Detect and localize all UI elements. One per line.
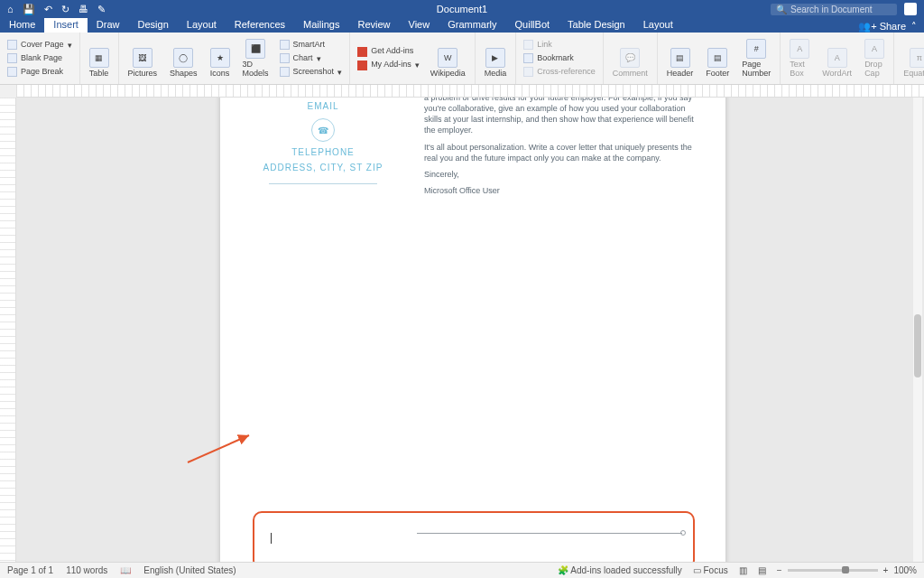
- wordart-button[interactable]: AWordArt: [818, 36, 855, 80]
- document-canvas[interactable]: EMAIL ☎ TELEPHONE ADDRESS, CITY, ST ZIP …: [16, 98, 924, 562]
- blank-page-button[interactable]: Blank Page: [5, 52, 74, 64]
- store-icon: [357, 47, 367, 57]
- search-input[interactable]: [790, 5, 890, 14]
- shapes-button[interactable]: ◯Shapes: [166, 36, 201, 80]
- tab-layout2[interactable]: Layout: [634, 18, 682, 33]
- blank-page-icon: [7, 53, 17, 63]
- drop-cap-icon: A: [864, 39, 884, 59]
- chart-icon: [280, 53, 290, 63]
- crossref-icon: [523, 67, 533, 77]
- print-icon[interactable]: 🖶: [79, 4, 88, 15]
- home-icon[interactable]: ⌂: [7, 4, 14, 15]
- page-number-icon: #: [746, 39, 766, 59]
- focus-button[interactable]: ▭ Focus: [693, 565, 728, 575]
- link-icon: [523, 40, 533, 50]
- zoom-thumb[interactable]: [842, 566, 849, 573]
- header-icon: ▤: [670, 48, 690, 68]
- sidebar-contact: EMAIL ☎ TELEPHONE ADDRESS, CITY, ST ZIP: [251, 98, 395, 195]
- annotation-arrow: [184, 430, 256, 470]
- zoom-control[interactable]: − + 100%: [777, 565, 917, 575]
- table-button[interactable]: ▦Table: [86, 36, 113, 80]
- horizontal-ruler[interactable]: [16, 85, 924, 98]
- body-p4: Microsoft Office User: [424, 185, 695, 196]
- media-button[interactable]: ▶Media: [481, 36, 511, 80]
- smartart-button[interactable]: SmartArt: [278, 39, 345, 51]
- undo-icon[interactable]: ↶: [44, 4, 52, 15]
- user-avatar-icon[interactable]: [904, 3, 917, 15]
- pictures-button[interactable]: 🖼Pictures: [125, 36, 162, 80]
- screenshot-button[interactable]: Screenshot ▾: [278, 66, 345, 78]
- view-print-icon[interactable]: ▥: [739, 565, 747, 575]
- table-icon: ▦: [89, 48, 109, 68]
- header-button[interactable]: ▤Header: [663, 36, 698, 80]
- my-addins-button[interactable]: My Add-ins ▾: [356, 60, 421, 71]
- footer-icon: ▤: [707, 48, 727, 68]
- zoom-in-icon[interactable]: +: [883, 565, 889, 575]
- redo-icon[interactable]: ↻: [61, 4, 69, 15]
- tab-layout[interactable]: Layout: [178, 18, 226, 33]
- collapse-ribbon-icon[interactable]: ˄: [911, 21, 917, 33]
- page-break-button[interactable]: Page Break: [5, 66, 74, 78]
- svg-line-0: [188, 435, 249, 462]
- tab-review[interactable]: Review: [348, 18, 399, 33]
- share-button[interactable]: 👥+ Share: [858, 21, 906, 33]
- status-addins[interactable]: 🧩 Add-ins loaded successfully: [558, 565, 682, 575]
- zoom-out-icon[interactable]: −: [777, 565, 782, 575]
- tab-tabledesign[interactable]: Table Design: [559, 18, 634, 33]
- tab-quillbot[interactable]: QuillBot: [506, 18, 559, 33]
- drop-cap-button[interactable]: ADrop Cap: [861, 36, 888, 80]
- footer-rule: [417, 533, 682, 534]
- wikipedia-icon: W: [438, 48, 457, 68]
- tab-insert[interactable]: Insert: [44, 18, 88, 33]
- footer-button[interactable]: ▤Footer: [702, 36, 733, 80]
- view-web-icon[interactable]: ▤: [758, 565, 766, 575]
- ribbon-tabs: Home Insert Draw Design Layout Reference…: [0, 18, 924, 33]
- equation-button[interactable]: πEquation: [900, 36, 924, 80]
- status-words[interactable]: 110 words: [66, 565, 107, 575]
- comment-button[interactable]: 💬Comment: [609, 36, 651, 80]
- body-p2: It's all about personalization. Write a …: [424, 142, 695, 163]
- spellcheck-icon[interactable]: 📖: [120, 565, 131, 575]
- icons-icon: ★: [210, 48, 230, 68]
- crossref-button[interactable]: Cross-reference: [522, 66, 597, 78]
- wikipedia-button[interactable]: WWikipedia: [427, 36, 469, 80]
- body-p1: a problem or drive results for your futu…: [424, 98, 695, 136]
- vertical-ruler[interactable]: [0, 98, 16, 562]
- cover-page-button[interactable]: Cover Page ▾: [5, 39, 74, 51]
- zoom-slider[interactable]: [788, 569, 878, 572]
- save-icon[interactable]: 💾: [23, 4, 35, 15]
- bookmark-button[interactable]: Bookmark: [522, 52, 597, 64]
- tab-grammarly[interactable]: Grammarly: [439, 18, 505, 33]
- scrollbar-thumb[interactable]: [914, 314, 921, 378]
- link-button[interactable]: Link: [522, 39, 597, 51]
- address-label: ADDRESS, CITY, ST ZIP: [251, 163, 395, 172]
- status-page[interactable]: Page 1 of 1: [7, 565, 53, 575]
- shapes-icon: ◯: [173, 48, 193, 68]
- status-bar: Page 1 of 1 110 words 📖 English (United …: [0, 562, 924, 578]
- document-title: Document1: [437, 4, 487, 14]
- get-addins-button[interactable]: Get Add-ins: [356, 46, 421, 58]
- icons-button[interactable]: ★Icons: [207, 36, 234, 80]
- page-break-icon: [7, 67, 17, 77]
- tab-home[interactable]: Home: [0, 18, 44, 33]
- 3d-models-button[interactable]: ⬛3D Models: [239, 36, 273, 80]
- zoom-value[interactable]: 100%: [893, 565, 917, 575]
- text-box-button[interactable]: AText Box: [786, 36, 813, 80]
- equation-icon: π: [910, 48, 924, 68]
- tab-references[interactable]: References: [226, 18, 294, 33]
- tab-design[interactable]: Design: [129, 18, 178, 33]
- page-number-button[interactable]: #Page Number: [738, 36, 774, 80]
- vertical-scrollbar[interactable]: [913, 98, 922, 562]
- titlebar: ⌂ 💾 ↶ ↻ 🖶 ✎ Document1 🔍: [0, 0, 924, 18]
- footer-edit-area[interactable]: [253, 511, 695, 562]
- search-box[interactable]: 🔍: [771, 4, 897, 15]
- tab-view[interactable]: View: [400, 18, 439, 33]
- status-lang[interactable]: English (United States): [143, 565, 236, 575]
- chart-button[interactable]: Chart ▾: [278, 52, 345, 64]
- tab-mailings[interactable]: Mailings: [294, 18, 348, 33]
- tab-draw[interactable]: Draw: [88, 18, 129, 33]
- edit-icon[interactable]: ✎: [97, 4, 106, 15]
- wordart-icon: A: [827, 48, 847, 68]
- cover-page-icon: [7, 40, 17, 50]
- letter-body[interactable]: a problem or drive results for your futu…: [424, 98, 695, 201]
